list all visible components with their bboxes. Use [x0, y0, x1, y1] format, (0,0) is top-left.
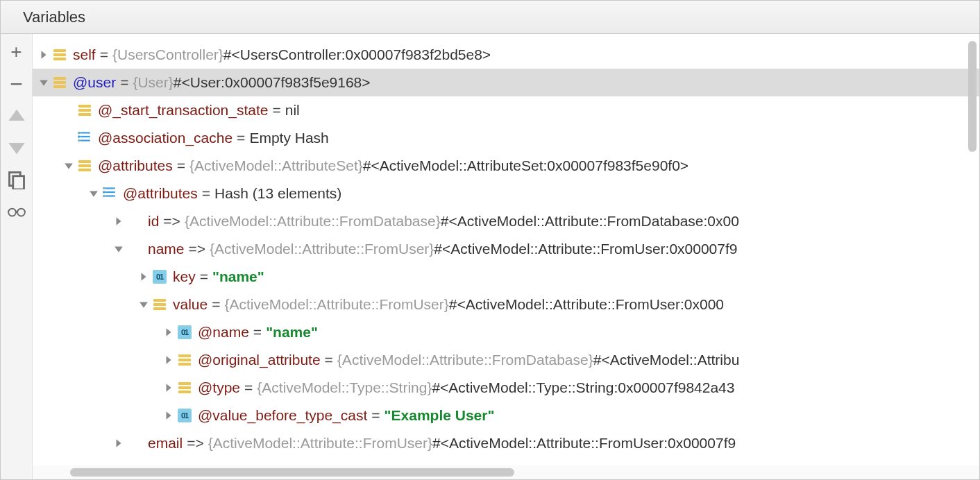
disclosure-toggle[interactable] — [162, 355, 176, 365]
equals-sign: = — [200, 268, 208, 285]
hash-arrow: => — [163, 213, 180, 230]
copy-icon — [7, 170, 26, 189]
panel-title: Variables — [23, 8, 85, 26]
string-value: "name" — [266, 324, 318, 341]
variable-type: {ActiveModel::Attribute::FromUser} — [224, 296, 448, 313]
add-watch-button[interactable]: + — [7, 42, 26, 62]
tree-row[interactable]: self = {UsersController} #<UsersControll… — [33, 41, 979, 69]
variable-name: @original_attribute — [198, 352, 321, 368]
primitive-icon: 01 — [153, 270, 167, 284]
equals-sign: = — [253, 324, 262, 341]
panel-header: Variables — [1, 1, 979, 34]
variable-repr: #<ActiveModel::Type::String:0x00007f9842… — [432, 379, 734, 396]
object-icon — [178, 354, 191, 366]
equals-sign: = — [272, 102, 280, 119]
object-icon — [178, 382, 191, 393]
variable-name: email — [148, 435, 183, 452]
tree-row[interactable]: 01@name = "name" — [33, 318, 979, 346]
variable-repr: #<ActiveModel::Attribute::FromUser:0x000… — [432, 435, 736, 452]
variable-type: {ActiveModel::Attribute::FromUser} — [208, 435, 432, 452]
variable-name: @value_before_type_cast — [198, 407, 367, 424]
svg-point-3 — [17, 209, 25, 216]
variable-name: @attributes — [123, 185, 198, 202]
equals-sign: = — [177, 157, 185, 174]
variable-repr: #<ActiveModel::Attribu — [593, 352, 740, 368]
equals-sign: = — [202, 185, 210, 202]
equals-sign: = — [237, 130, 245, 146]
svg-point-2 — [8, 209, 16, 216]
disclosure-toggle[interactable] — [137, 300, 151, 309]
remove-watch-button[interactable]: − — [7, 74, 26, 94]
variable-name: @association_cache — [98, 130, 233, 146]
variable-name: key — [173, 268, 196, 285]
variable-repr: nil — [285, 102, 300, 119]
tree-row[interactable]: email => {ActiveModel::Attribute::FromUs… — [33, 429, 979, 457]
variable-type: {ActiveModel::Attribute::FromUser} — [210, 241, 434, 257]
variable-name: name — [148, 241, 185, 257]
disclosure-toggle[interactable] — [112, 216, 126, 226]
tree-row[interactable]: 01@value_before_type_cast = "Example Use… — [33, 402, 979, 429]
svg-point-19 — [103, 195, 105, 196]
disclosure-toggle[interactable] — [112, 438, 126, 448]
tree-row[interactable]: id => {ActiveModel::Attribute::FromDatab… — [33, 207, 979, 235]
equals-sign: = — [244, 379, 253, 396]
variable-name: @_start_transaction_state — [98, 102, 268, 119]
tree-row[interactable]: @attributes = {ActiveModel::AttributeSet… — [33, 152, 979, 180]
move-down-button[interactable] — [7, 138, 26, 157]
tree-row[interactable]: @association_cache = Empty Hash — [33, 124, 979, 152]
disclosure-toggle[interactable] — [37, 50, 51, 60]
tree-row[interactable]: @attributes = Hash (13 elements) — [33, 180, 979, 207]
disclosure-toggle[interactable] — [62, 161, 76, 171]
disclosure-toggle[interactable] — [37, 78, 51, 87]
object-icon — [153, 299, 166, 310]
move-up-button[interactable] — [7, 106, 26, 126]
tree-container: self = {UsersController} #<UsersControll… — [33, 34, 979, 479]
svg-point-10 — [78, 132, 80, 133]
disclosure-toggle[interactable] — [112, 244, 126, 254]
hash-arrow: => — [187, 435, 204, 452]
vertical-scrollbar[interactable] — [968, 41, 977, 152]
variable-name: id — [148, 213, 159, 230]
variable-repr: #<ActiveModel::Attribute::FromUser:0x000 — [449, 296, 724, 313]
variable-type: {UsersController} — [112, 46, 223, 63]
disclosure-toggle[interactable] — [162, 383, 176, 393]
glasses-icon — [8, 205, 26, 218]
variables-panel: Variables + − — [0, 0, 980, 480]
variable-name: @attributes — [98, 157, 173, 174]
duplicate-button[interactable] — [7, 170, 26, 189]
variable-repr: #<ActiveModel::Attribute::FromUser:0x000… — [434, 241, 737, 257]
variable-name: @name — [198, 324, 249, 341]
tree-row[interactable]: 01key = "name" — [33, 263, 979, 291]
svg-point-8 — [78, 135, 80, 137]
tree-row[interactable]: @original_attribute = {ActiveModel::Attr… — [33, 346, 979, 374]
variable-type: {ActiveModel::Type::String} — [257, 379, 432, 396]
hash-icon — [103, 185, 117, 203]
object-icon — [78, 105, 91, 116]
variable-repr: #<User:0x00007f983f5e9168> — [174, 74, 371, 91]
tree-row[interactable]: @user = {User} #<User:0x00007f983f5e9168… — [33, 69, 979, 96]
horizontal-scrollbar[interactable] — [70, 468, 514, 477]
equals-sign: = — [120, 74, 128, 91]
disclosure-toggle[interactable] — [87, 189, 101, 198]
disclosure-toggle[interactable] — [162, 411, 176, 420]
svg-point-18 — [103, 187, 105, 189]
sidebar: + − — [1, 34, 33, 479]
variable-type: {ActiveModel::Attribute::FromDatabase} — [185, 213, 441, 230]
hash-icon — [78, 130, 92, 147]
tree-row[interactable]: @_start_transaction_state = nil — [33, 96, 979, 124]
variable-name: value — [173, 296, 208, 313]
variable-type: {ActiveModel::AttributeSet} — [189, 157, 363, 174]
primitive-icon: 01 — [178, 409, 192, 422]
disclosure-toggle[interactable] — [162, 327, 176, 337]
tree-row[interactable]: name => {ActiveModel::Attribute::FromUse… — [33, 235, 979, 263]
disclosure-toggle[interactable] — [137, 272, 151, 282]
variables-tree[interactable]: self = {UsersController} #<UsersControll… — [33, 41, 979, 457]
variable-name: self — [73, 46, 96, 63]
variable-repr: #<ActiveModel::AttributeSet:0x00007f983f… — [363, 157, 688, 174]
show-watches-button[interactable] — [7, 202, 26, 221]
equals-sign: = — [371, 407, 380, 424]
object-icon — [53, 49, 66, 60]
tree-row[interactable]: value = {ActiveModel::Attribute::FromUse… — [33, 291, 979, 318]
tree-row[interactable]: @type = {ActiveModel::Type::String} #<Ac… — [33, 374, 979, 402]
primitive-icon: 01 — [178, 325, 192, 339]
